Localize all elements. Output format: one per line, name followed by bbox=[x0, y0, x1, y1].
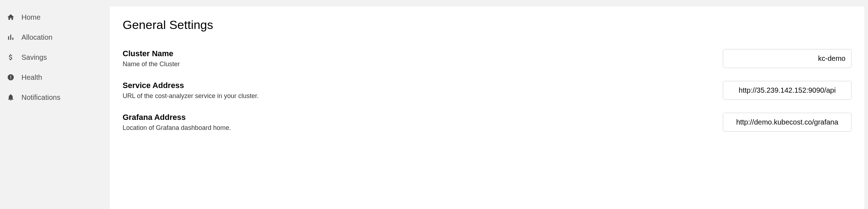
alert-icon bbox=[6, 73, 15, 82]
service-address-input[interactable] bbox=[723, 81, 852, 100]
setting-desc: Location of Grafana dashboard home. bbox=[123, 124, 723, 132]
sidebar-item-label: Health bbox=[21, 73, 42, 82]
sidebar-item-notifications[interactable]: Notifications bbox=[0, 87, 110, 107]
setting-desc: URL of the cost-analyzer service in your… bbox=[123, 92, 723, 100]
bell-icon bbox=[6, 93, 15, 102]
main-panel: General Settings Cluster Name Name of th… bbox=[110, 6, 864, 209]
setting-info: Grafana Address Location of Grafana dash… bbox=[123, 113, 723, 132]
home-icon bbox=[6, 13, 15, 21]
cluster-name-input[interactable] bbox=[723, 49, 852, 68]
setting-label: Service Address bbox=[123, 81, 723, 90]
sidebar-item-label: Allocation bbox=[21, 33, 53, 42]
sidebar-item-allocation[interactable]: Allocation bbox=[0, 27, 110, 47]
setting-label: Cluster Name bbox=[123, 49, 723, 58]
page-title: General Settings bbox=[123, 18, 852, 32]
setting-row-cluster-name: Cluster Name Name of the Cluster bbox=[123, 49, 852, 68]
setting-row-grafana-address: Grafana Address Location of Grafana dash… bbox=[123, 113, 852, 132]
sidebar-item-label: Home bbox=[21, 13, 40, 21]
sidebar-item-home[interactable]: Home bbox=[0, 7, 110, 27]
sidebar-item-health[interactable]: Health bbox=[0, 67, 110, 87]
bar-chart-icon bbox=[6, 33, 15, 42]
setting-desc: Name of the Cluster bbox=[123, 60, 723, 68]
sidebar-item-savings[interactable]: Savings bbox=[0, 47, 110, 67]
sidebar: Home Allocation Savings Health Notificat… bbox=[0, 0, 110, 209]
grafana-address-input[interactable] bbox=[723, 113, 852, 132]
setting-info: Service Address URL of the cost-analyzer… bbox=[123, 81, 723, 100]
sidebar-item-label: Notifications bbox=[21, 93, 60, 102]
setting-info: Cluster Name Name of the Cluster bbox=[123, 49, 723, 68]
setting-label: Grafana Address bbox=[123, 113, 723, 122]
setting-row-service-address: Service Address URL of the cost-analyzer… bbox=[123, 81, 852, 100]
dollar-icon bbox=[6, 53, 15, 62]
sidebar-item-label: Savings bbox=[21, 53, 47, 62]
